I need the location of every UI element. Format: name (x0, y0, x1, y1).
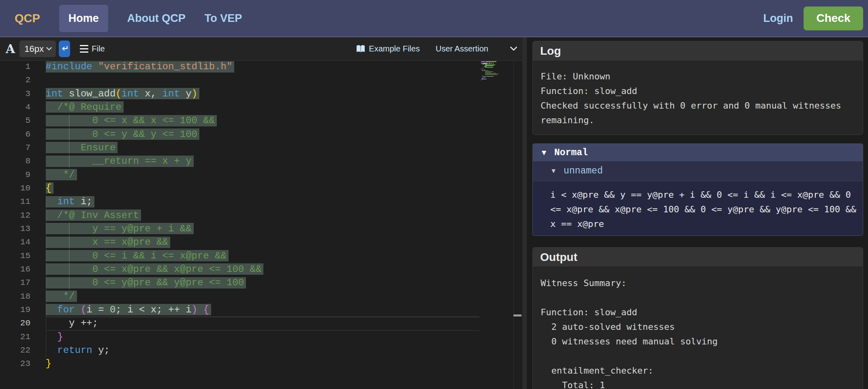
example-files-button[interactable]: Example Files (356, 44, 420, 53)
minimap-line (483, 68, 483, 68)
minimap[interactable] (479, 61, 513, 389)
normal-section-header[interactable]: ▼ Normal (533, 144, 863, 161)
line-number: 1 (0, 61, 30, 73)
minimap-line (487, 76, 493, 77)
file-menu-label: File (92, 44, 105, 53)
minimap-line (485, 72, 491, 73)
scrollbar-track (513, 61, 514, 389)
return-arrow-icon (61, 45, 68, 53)
example-files-label: Example Files (369, 44, 420, 53)
line-number: 7 (0, 141, 30, 154)
code-line[interactable]: } (46, 357, 51, 370)
code-line[interactable]: y ++; (46, 316, 98, 330)
line-number: 23 (0, 357, 30, 370)
normal-section-title: Normal (554, 147, 588, 158)
line-wrap-button[interactable] (59, 41, 70, 57)
line-number: 20 (0, 316, 30, 330)
scrollbar-thumb[interactable] (513, 314, 522, 316)
minimap-line (483, 77, 485, 78)
line-number: 5 (0, 114, 30, 127)
collapse-triangle-icon: ▼ (540, 148, 548, 157)
minimap-line (484, 70, 485, 71)
minimap-line (481, 61, 485, 62)
code-editor[interactable]: 1234567891011121314151617181920212223 #i… (0, 61, 522, 389)
code-line[interactable]: for (i = 0; i < x; ++ i) { (46, 303, 209, 316)
font-size-icon: A (6, 42, 15, 56)
code-line[interactable]: int i; (46, 195, 92, 208)
assertion-content: i < x@pre && y == y@pre + i && 0 <= i &&… (533, 181, 863, 235)
code-line[interactable]: 0 <= y && y <= 100 (46, 128, 197, 141)
code-line[interactable]: 0 <= x && x <= 100 && (46, 114, 215, 127)
output-body: Witness Summary: Function: slow_add 2 au… (533, 267, 863, 389)
code-line[interactable]: */ (46, 168, 75, 182)
split-divider[interactable] (522, 37, 527, 389)
line-number: 21 (0, 330, 30, 344)
nav-item-to-vep[interactable]: To VEP (205, 12, 242, 25)
line-number: 13 (0, 222, 30, 235)
user-assertion-chevron-icon[interactable] (510, 47, 517, 51)
minimap-line (494, 76, 494, 77)
line-number: 3 (0, 87, 30, 100)
hamburger-icon (80, 45, 88, 53)
line-number: 16 (0, 263, 30, 276)
code-line[interactable]: /*@ Inv Assert (46, 209, 139, 222)
line-number: 9 (0, 168, 30, 182)
code-line[interactable]: x == x@pre && (46, 235, 168, 249)
code-line[interactable]: __return == x + y (46, 154, 192, 168)
line-number: 18 (0, 290, 30, 303)
code-line[interactable]: /*@ Require (46, 100, 122, 114)
unnamed-item-label: unnamed (564, 166, 603, 176)
minimap-line (482, 71, 489, 71)
log-card-header: Log (533, 41, 863, 61)
line-number: 4 (0, 100, 30, 114)
active-line-border (46, 316, 479, 317)
line-number: 6 (0, 128, 30, 141)
active-line-border (46, 330, 479, 331)
book-icon (356, 45, 366, 53)
code-line[interactable]: #include "verification_stdlib.h" (46, 61, 233, 73)
output-title: Output (540, 251, 577, 264)
file-menu-button[interactable]: File (80, 44, 105, 53)
code-line[interactable]: int slow_add(int x, int y) (46, 87, 198, 100)
code-line[interactable]: return y; (46, 344, 110, 357)
code-line[interactable]: { (46, 182, 51, 195)
line-number: 2 (0, 73, 30, 87)
minimap-line (485, 71, 493, 72)
line-number: 19 (0, 303, 30, 316)
code-line[interactable]: } (46, 330, 63, 344)
code-line[interactable]: 0 <= y@pre && y@pre <= 100 (46, 276, 244, 289)
code-line[interactable]: 0 <= x@pre && x@pre <= 100 && (46, 263, 262, 276)
log-body: File: Unknown Function: slow_add Checked… (533, 61, 863, 135)
code-line[interactable]: y == y@pre + i && (46, 222, 192, 235)
unnamed-item-row[interactable]: ▼ unnamed (533, 161, 863, 181)
login-link[interactable]: Login (763, 12, 793, 25)
chevron-down-icon (46, 47, 52, 51)
line-number: 10 (0, 182, 30, 195)
font-size-select[interactable]: 16px (19, 41, 56, 57)
line-number: 14 (0, 235, 30, 249)
minimap-line (485, 61, 496, 62)
minimap-line (491, 63, 492, 64)
minimap-line (493, 63, 494, 64)
check-button[interactable]: Check (804, 6, 863, 30)
nav-item-about-qcp[interactable]: About QCP (127, 12, 186, 25)
code-line[interactable]: 0 <= i && i <= x@pre && (46, 249, 227, 263)
minimap-line (489, 63, 490, 64)
log-title: Log (540, 45, 561, 58)
minimap-line (481, 68, 481, 69)
line-number: 22 (0, 344, 30, 357)
code-line[interactable]: */ (46, 290, 75, 303)
font-size-value: 16px (24, 44, 46, 54)
normal-section: ▼ Normal ▼ unnamed i < x@pre && y == y@p… (532, 143, 863, 236)
code-line[interactable]: Ensure (46, 141, 116, 154)
line-number: 11 (0, 195, 30, 208)
minimap-line (485, 79, 486, 79)
brand-logo[interactable]: QCP (15, 12, 40, 25)
minimap-line (481, 79, 481, 80)
nav-item-home[interactable]: Home (59, 5, 108, 32)
minimap-line (485, 73, 496, 74)
line-number: 12 (0, 209, 30, 222)
user-assertion-select[interactable]: User Assertion (436, 44, 488, 53)
output-card: Output Witness Summary: Function: slow_a… (532, 247, 863, 389)
output-card-header: Output (533, 248, 863, 267)
